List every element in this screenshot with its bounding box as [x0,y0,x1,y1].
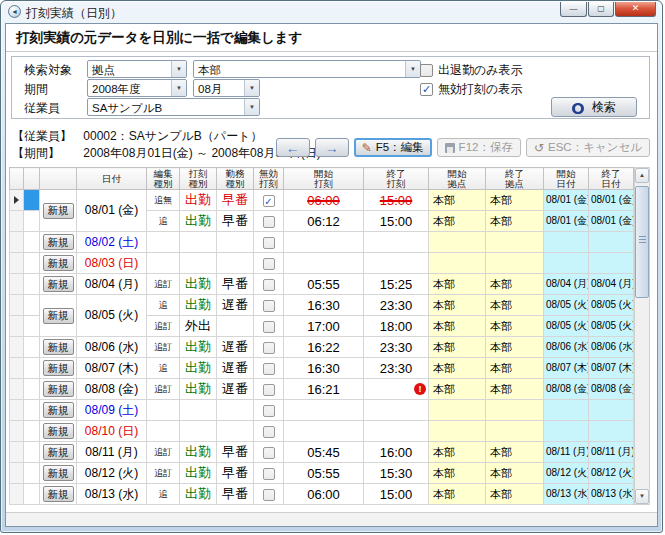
invalid-checkbox[interactable] [263,237,275,249]
work-type-cell: 早番 [217,442,254,463]
chevron-down-icon[interactable]: ▼ [405,61,420,77]
table-row[interactable]: 新規08/13 (水)追出勤早番06:0015:00本部本部08/13 (水)0… [10,484,634,505]
prev-button[interactable]: ← [276,138,310,157]
next-button[interactable]: → [315,138,349,157]
table-row[interactable]: 新規08/12 (火)追訂出勤早番05:5515:30本部本部08/12 (火)… [10,463,634,484]
scroll-down-button[interactable]: ▼ [635,489,649,504]
start-site-cell: 本部 [429,295,486,316]
table-row[interactable]: 新規08/08 (金)追訂出勤遅番16:21!本部本部08/08 (金)08/0… [10,379,634,400]
invalid-checkbox[interactable] [263,384,275,396]
save-button[interactable]: F12：保存 [437,138,521,157]
column-header: 開始 拠点 [429,168,486,190]
chevron-down-icon[interactable]: ▼ [244,99,259,115]
search-target-type-select[interactable]: 拠点 ▼ [87,60,187,78]
row-selector-cell[interactable] [10,421,24,442]
search-site-select[interactable]: 本部 ▼ [193,60,421,78]
scroll-up-button[interactable]: ▲ [635,168,649,183]
end-date-cell: 08/05 (火) [589,316,634,337]
new-button[interactable]: 新規 [43,276,74,292]
column-header: 終了 日付 [589,168,634,190]
cancel-button[interactable]: ↺ ESC：キャンセル [526,138,650,157]
invalid-checkbox[interactable] [263,258,275,270]
new-button[interactable]: 新規 [43,255,74,271]
date-cell: 08/09 (土) [77,400,147,421]
end-time-cell: 23:30 [364,358,429,379]
row-selector-cell[interactable] [10,232,24,253]
row-selector-cell[interactable] [10,463,24,484]
minimize-button[interactable]: — [560,2,587,17]
row-selector-cell[interactable] [10,211,24,232]
show-invalid-stamps-checkbox[interactable]: ✓ [420,83,433,96]
row-selector-cell[interactable] [10,484,24,505]
scroll-thumb[interactable] [635,186,649,298]
row-indicator-cell [24,253,40,274]
new-button[interactable]: 新規 [43,308,74,324]
invalid-checkbox[interactable] [263,426,275,438]
invalid-checkbox[interactable] [263,342,275,354]
work-type-cell: 遅番 [217,295,254,316]
new-button[interactable]: 新規 [43,486,74,502]
table-row[interactable]: 新規08/10 (日) [10,421,634,442]
undo-icon: ↺ [534,141,544,155]
new-button[interactable]: 新規 [43,423,74,439]
table-row[interactable]: 新規08/01 (金)追無出勤早番✓06:0015:00本部本部08/01 (金… [10,190,634,211]
invalid-checkbox[interactable] [263,300,275,312]
show-attendance-only-checkbox[interactable] [420,64,433,77]
invalid-checkbox[interactable] [263,489,275,501]
new-button[interactable]: 新規 [43,402,74,418]
table-row[interactable]: 新規08/11 (月)追訂出勤早番05:4516:00本部本部08/11 (月)… [10,442,634,463]
chevron-down-icon[interactable]: ▼ [171,80,186,96]
new-button[interactable]: 新規 [43,381,74,397]
new-button[interactable]: 新規 [43,234,74,250]
table-row[interactable]: 新規08/09 (土) [10,400,634,421]
new-button[interactable]: 新規 [43,465,74,481]
employee-select[interactable]: SAサンプルB ▼ [87,98,260,116]
invalid-checkbox[interactable] [263,468,275,480]
row-selector-cell[interactable] [10,316,24,337]
start-time-cell: 16:21 [284,379,364,400]
table-row[interactable]: 新規08/03 (日) [10,253,634,274]
invalid-checkbox[interactable] [263,447,275,459]
chevron-down-icon[interactable]: ▼ [244,80,259,96]
row-selector-cell[interactable] [10,358,24,379]
chevron-down-icon[interactable]: ▼ [171,61,186,77]
invalid-checkbox[interactable] [263,279,275,291]
end-time-cell [364,253,429,274]
row-selector-cell[interactable] [10,274,24,295]
table-row[interactable]: 新規08/06 (水)追訂出勤遅番16:2223:30本部本部08/06 (水)… [10,337,634,358]
search-button[interactable]: 検索 [551,97,637,117]
close-button[interactable]: ✕ [615,2,656,17]
invalid-checkbox[interactable] [263,363,275,375]
month-select[interactable]: 08月 ▼ [193,79,260,97]
table-row[interactable]: 新規08/02 (土) [10,232,634,253]
edit-button[interactable]: ✎ F5：編集 [354,138,432,157]
row-selector-cell[interactable] [10,337,24,358]
invalid-checkbox[interactable] [263,321,275,333]
row-selector-cell[interactable] [10,253,24,274]
row-selector-cell[interactable] [10,400,24,421]
row-selector-cell[interactable] [10,379,24,400]
invalid-checkbox[interactable]: ✓ [263,195,275,207]
maximize-button[interactable]: ▢ [588,2,614,17]
new-button[interactable]: 新規 [43,444,74,460]
table-row[interactable]: 新規08/04 (月)追訂出勤早番05:5515:25本部本部08/04 (月)… [10,274,634,295]
invalid-checkbox[interactable] [263,405,275,417]
new-button-cell: 新規 [40,232,77,253]
date-cell: 08/13 (水) [77,484,147,505]
new-button[interactable]: 新規 [43,360,74,376]
new-button[interactable]: 新規 [43,203,74,219]
invalid-checkbox[interactable] [263,216,275,228]
table-row[interactable]: 新規08/07 (木)追出勤遅番16:3023:30本部本部08/07 (木)0… [10,358,634,379]
stamp-type-cell: 出勤 [180,358,217,379]
row-selector-cell[interactable] [10,295,24,316]
arrow-left-icon: ← [286,140,300,156]
new-button[interactable]: 新規 [43,339,74,355]
end-date-cell: 08/04 (月) [589,274,634,295]
end-site-cell: 本部 [486,379,544,400]
vertical-scrollbar[interactable]: ▲ ▼ [634,167,650,505]
year-select[interactable]: 2008年度 ▼ [87,79,187,97]
row-selector-cell[interactable] [10,190,24,211]
row-selector-cell[interactable] [10,442,24,463]
end-date-cell [589,400,634,421]
table-row[interactable]: 新規08/05 (火)追出勤遅番16:3023:30本部本部08/05 (火)0… [10,295,634,316]
